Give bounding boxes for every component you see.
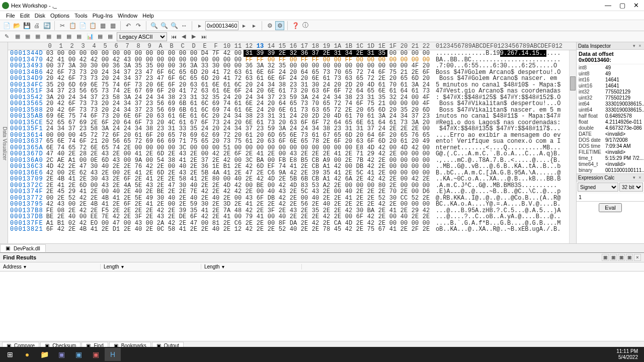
close-button[interactable]: ✕ bbox=[633, 2, 639, 9]
tool1-icon[interactable]: ⚙ bbox=[265, 21, 274, 30]
expr-body[interactable]: 1 bbox=[577, 193, 644, 201]
eval-button[interactable]: Eval bbox=[599, 203, 621, 212]
hex-row[interactable]: 00013772002E52422E4B412E5E4930402E402E40… bbox=[8, 195, 576, 202]
hex-row[interactable]: 0001358820426F7373202434372356696B616C69… bbox=[8, 107, 576, 114]
app4-icon[interactable]: ▣ bbox=[88, 348, 104, 361]
start-button[interactable]: ⊞ bbox=[2, 348, 18, 361]
paste2-icon[interactable]: 📋 bbox=[88, 21, 97, 30]
hexworkshop-icon[interactable]: H bbox=[105, 348, 121, 361]
inspector-row[interactable]: float4.2114926e-011 bbox=[577, 119, 644, 125]
hex-row[interactable]: 000135AB696E75746F73206E6F2063616E616C20… bbox=[8, 113, 576, 120]
maximize-button[interactable]: ▢ bbox=[619, 2, 625, 9]
new-icon[interactable]: 📄 bbox=[2, 21, 11, 30]
redo-icon[interactable]: ↷ bbox=[134, 21, 143, 30]
doc-tab[interactable]: ▣DevPack.dll bbox=[0, 244, 46, 252]
hex-row[interactable]: 0001356520426F7373202434372356696B616C69… bbox=[8, 101, 576, 107]
charset-select[interactable]: Legacy ASCII bbox=[117, 32, 167, 41]
inspector-row[interactable]: DOS date9/17/2008 bbox=[577, 137, 644, 143]
hex-row[interactable]: 00013637656E746F212056657269666971756520… bbox=[8, 138, 576, 145]
inspector-row[interactable]: int1614641 bbox=[577, 76, 644, 82]
t2-6-icon[interactable]: ▦ bbox=[64, 32, 73, 41]
t2-1-icon[interactable]: ▦ bbox=[13, 32, 22, 41]
f-icon1[interactable]: ▣ bbox=[602, 254, 609, 261]
inspector-row[interactable]: uint1614641 bbox=[577, 82, 644, 88]
vscroll-thumb[interactable] bbox=[570, 76, 576, 90]
close-panel-icon[interactable]: × bbox=[637, 43, 642, 48]
hex-row[interactable]: 0001367D47402E282E432E00412E6D2E432E0042… bbox=[8, 151, 576, 157]
menu-plug-ins[interactable]: Plug-Ins bbox=[93, 13, 113, 19]
chart-icon[interactable]: 📊 bbox=[86, 32, 95, 41]
inspector-row[interactable]: int643330190038615... bbox=[577, 101, 644, 107]
undo-icon[interactable]: ↶ bbox=[124, 21, 133, 30]
hex-row[interactable]: 000135423A2024343723583A2424343823313235… bbox=[8, 95, 576, 101]
hex-row[interactable]: 000137DBBE2E4000EE7E422E3F2E432EDE6F422E… bbox=[8, 214, 576, 220]
refresh-icon[interactable]: 🔄 bbox=[42, 21, 51, 30]
help-icon[interactable]: ❓ bbox=[291, 21, 300, 30]
address-input[interactable] bbox=[205, 21, 238, 30]
t2-5-icon[interactable]: ▦ bbox=[54, 32, 63, 41]
inspector-row[interactable]: uint849 bbox=[577, 70, 644, 76]
next-icon[interactable]: ▶ bbox=[189, 32, 198, 41]
hex-pane[interactable]: 0123456789ABCDEF101112131415161718191A1B… bbox=[8, 42, 577, 243]
find-col-length2[interactable]: Length bbox=[204, 264, 220, 269]
inspector-row[interactable]: FILETIME<invalid> bbox=[577, 149, 644, 155]
inspector-row[interactable]: uint643330190038615... bbox=[577, 107, 644, 113]
minimize-button[interactable]: — bbox=[605, 2, 611, 9]
hex-row[interactable]: 000137B8FE082E422EF52E2E2E2E422E3935412E… bbox=[8, 208, 576, 214]
go-icon[interactable]: ▸ bbox=[239, 21, 249, 30]
inspector-row[interactable]: DATE<invalid> bbox=[577, 131, 644, 137]
inspector-row[interactable]: int849 bbox=[577, 64, 644, 70]
menu-disk[interactable]: Disk bbox=[35, 13, 45, 19]
signed-select[interactable]: Signed bbox=[578, 183, 618, 192]
last-icon[interactable]: ⏭ bbox=[199, 32, 208, 41]
hex-row[interactable]: 0001365A6E7465726E65742E000000003C000000… bbox=[8, 145, 576, 151]
inspector-row[interactable]: binary0011000100111... bbox=[577, 167, 644, 173]
inspector-row[interactable]: double4.6673273e-086 bbox=[577, 125, 644, 131]
close2-icon[interactable]: × bbox=[637, 175, 642, 180]
f-icon4[interactable]: ▣ bbox=[626, 254, 633, 261]
hex-row[interactable]: 0001351F343723566573742E67696F2041726361… bbox=[8, 88, 576, 95]
sort3-icon[interactable]: ▾ bbox=[222, 264, 224, 269]
t2-8-icon[interactable]: ▦ bbox=[106, 32, 115, 41]
hex-row[interactable]: 000134FC35206D696E75746F73206E6F2063616E… bbox=[8, 82, 576, 88]
pin-icon[interactable]: ▾ bbox=[631, 43, 636, 48]
t2-4-icon[interactable]: ▦ bbox=[44, 32, 53, 41]
prev-icon[interactable]: ◀ bbox=[179, 32, 188, 41]
grid-icon[interactable]: ▦ bbox=[96, 32, 105, 41]
find-next-icon[interactable]: 🔍 bbox=[159, 21, 169, 30]
inspector-row[interactable]: int32775502129 bbox=[577, 88, 644, 95]
print-icon[interactable]: 🖨 bbox=[32, 21, 41, 30]
cut-icon[interactable]: ✂ bbox=[58, 21, 67, 30]
find-col-address[interactable]: Address bbox=[3, 264, 22, 269]
app2-icon[interactable]: ▣ bbox=[53, 348, 69, 361]
t2-3-icon[interactable]: ▦ bbox=[33, 32, 42, 41]
f-icon2[interactable]: ▣ bbox=[610, 254, 617, 261]
chrome-icon[interactable]: ● bbox=[19, 348, 35, 361]
pencil-icon[interactable]: ✎ bbox=[2, 32, 11, 41]
open-icon[interactable]: 📂 bbox=[12, 21, 21, 30]
hex-row[interactable]: 000134D920426F73732024343723476F6C656D20… bbox=[8, 75, 576, 82]
hex-row[interactable]: 0001372C2E412E6D00432E4A5E432E4730402E2E… bbox=[8, 183, 576, 189]
explorer-icon[interactable]: 📁 bbox=[36, 348, 52, 361]
find-col-length1[interactable]: Length bbox=[104, 264, 119, 269]
bits-select[interactable]: 32 bit bbox=[619, 183, 643, 192]
hex-row[interactable]: 0001344D0300000000000000000000000000D47F… bbox=[8, 50, 576, 57]
hex-row[interactable]: 000136A02CAEA1000E6D43009A005438412E372E… bbox=[8, 157, 576, 164]
addr-icon[interactable]: ▸ bbox=[195, 21, 204, 30]
hex-row[interactable]: 000136140000004572726F20616F206578696269… bbox=[8, 132, 576, 139]
inspector-row[interactable]: time64_t<invalid> bbox=[577, 161, 644, 167]
hex-row[interactable]: 000136C34D422E4730402E2E76422E00402E361E… bbox=[8, 163, 576, 170]
replace-icon[interactable]: 🔍 bbox=[170, 21, 179, 30]
hex-row[interactable]: 000136E642002E62432E002E412E6D2E432E5B4A… bbox=[8, 170, 576, 176]
inspector-row[interactable]: DOS time7:09:34 AM bbox=[577, 143, 644, 149]
sort2-icon[interactable]: ▾ bbox=[121, 264, 124, 269]
vscroll[interactable] bbox=[569, 50, 576, 243]
menu-tools[interactable]: Tools bbox=[74, 13, 88, 19]
find-icon[interactable]: 🔍 bbox=[149, 21, 158, 30]
first-icon[interactable]: ⏮ bbox=[169, 32, 178, 41]
menu-edit[interactable]: Edit bbox=[20, 13, 30, 19]
save-icon[interactable]: 💾 bbox=[22, 21, 31, 30]
paste-icon[interactable]: 📄 bbox=[78, 21, 87, 30]
menu-options[interactable]: Options bbox=[50, 13, 69, 19]
hex-row[interactable]: 000135F124343723583A24243438233133352420… bbox=[8, 126, 576, 132]
